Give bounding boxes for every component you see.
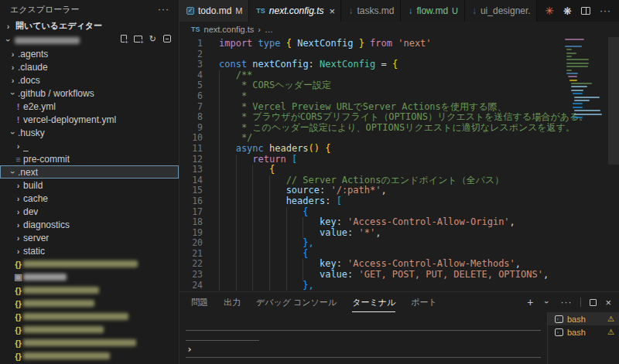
breadcrumb-file[interactable]: next.config.ts [204, 25, 255, 34]
tree-item-diagnostics[interactable]: ›diagnostics [0, 218, 179, 231]
terminal-instance-2[interactable]: ›_bash⚠ [548, 325, 619, 338]
code-line-text: async headers() { [219, 144, 331, 155]
terminal-prompt[interactable]: › [186, 343, 193, 355]
panel-tab-item[interactable]: デバッグ コンソール [256, 293, 337, 312]
claude-extension-icon[interactable]: ✳ [545, 5, 554, 17]
openai-extension-icon[interactable]: ❋ [563, 5, 572, 17]
code-line-4[interactable]: 4/** [180, 70, 565, 81]
code-line-text: * Vercel Preview URLでServer Actionsを使用する… [219, 102, 507, 113]
code-line-text: source: '/:path*', [219, 185, 387, 196]
panel-tab-item[interactable]: ポート [411, 293, 437, 312]
editor-scrollbar[interactable] [608, 37, 619, 291]
line-number: 22 [180, 259, 203, 270]
close-panel-icon[interactable]: × [605, 297, 611, 308]
tree-item-github-workflows[interactable]: ›.github / workflows [0, 87, 179, 100]
tab-ui_designer[interactable]: ↓ui_designer. [465, 0, 537, 22]
code-line-10[interactable]: 10 */ [180, 133, 565, 144]
terminal-output[interactable]: › [180, 312, 547, 364]
tree-item-redacted-3[interactable]: {} [0, 284, 179, 297]
code-editor[interactable]: 1import type { NextConfig } from 'next'2… [180, 37, 619, 291]
close-tab-icon[interactable]: × [330, 5, 336, 17]
code-line-22[interactable]: 22key: 'Access-Control-Allow-Methods', [180, 259, 565, 270]
code-line-7[interactable]: 7 * Vercel Preview URLでServer Actionsを使用… [180, 102, 565, 113]
tree-item-pre-commit[interactable]: ≡pre-commit [0, 152, 179, 165]
code-line-6[interactable]: 6 * [180, 91, 565, 102]
code-line-18[interactable]: 18key: 'Access-Control-Allow-Origin', [180, 217, 565, 228]
tree-item-cache[interactable]: ›cache [0, 192, 179, 205]
tree-item-dev[interactable]: ›dev [0, 205, 179, 218]
code-line-17[interactable]: 17{ [180, 207, 565, 218]
panel-tab-item[interactable]: 問題 [191, 293, 208, 312]
breadcrumb[interactable]: TS next.config.ts › … [180, 22, 619, 37]
minimap[interactable] [565, 39, 608, 120]
collapse-folders-icon[interactable] [163, 35, 171, 43]
tab-next-config-ts[interactable]: TSnext.config.ts× [249, 0, 341, 22]
scrollbar-thumb[interactable] [608, 37, 619, 165]
code-line-24[interactable]: 24}, [180, 281, 565, 291]
tree-item-redacted-5[interactable]: {} [0, 310, 179, 323]
code-line-1[interactable]: 1import type { NextConfig } from 'next' [180, 39, 565, 49]
tab-flow-md[interactable]: ↓flow.mdU [401, 0, 465, 22]
tab-todo-md[interactable]: ✓todo.mdM [180, 0, 249, 22]
new-folder-icon[interactable] [134, 36, 142, 43]
code-line-3[interactable]: 3const nextConfig: NextConfig = { [180, 60, 565, 70]
tree-item-redacted-1[interactable]: {} [0, 257, 179, 270]
code-line-21[interactable]: 21{ [180, 249, 565, 260]
chevron-right-icon: › [13, 220, 23, 230]
editor-tab-bar: ✓todo.mdMTSnext.config.ts×↓tasks.md↓flow… [180, 0, 619, 22]
tree-item-_[interactable]: ›_ [0, 139, 179, 152]
tree-item-docs[interactable]: ›.docs [0, 73, 179, 87]
code-line-14[interactable]: 14// Server Actionsのエンドポイント（全パス） [180, 175, 565, 186]
code-line-15[interactable]: 15source: '/:path*', [180, 185, 565, 196]
terminal-instance-1[interactable]: ›_bash⚠ [548, 312, 619, 325]
code-line-23[interactable]: 23value: 'GET, POST, PUT, DELETE, OPTION… [180, 270, 565, 281]
terminal-profile-dropdown-icon[interactable]: › [542, 298, 552, 308]
tree-item-agents[interactable]: ›.agents [0, 47, 179, 60]
tree-item-server[interactable]: ›server [0, 231, 179, 244]
code-line-8[interactable]: 8 * ブラウザがCORSプリフライト（OPTIONS）リクエストを送信する場合… [180, 112, 565, 123]
open-editors-section-header[interactable]: › 開いているエディター [0, 19, 179, 33]
tab-tasks-md[interactable]: ↓tasks.md [341, 0, 401, 22]
tree-item-husky[interactable]: ›.husky [0, 126, 179, 139]
code-line-19[interactable]: 19value: '*', [180, 228, 565, 239]
breadcrumb-more[interactable]: … [265, 25, 273, 34]
code-line-20[interactable]: 20}, [180, 238, 565, 249]
code-line-12[interactable]: 12return [ [180, 155, 565, 165]
panel-more-actions-icon[interactable]: ··· [560, 297, 572, 308]
code-line-9[interactable]: 9 * このヘッダー設定により、OPTIONSリクエストに適切なレスポンスを返す… [180, 123, 565, 134]
tree-item-redacted-6[interactable]: {} [0, 323, 179, 336]
tree-item-vercel-deployment-yml[interactable]: !vercel-deployment.yml [0, 113, 179, 126]
yaml-file-icon: ! [13, 102, 23, 111]
tree-item-claude[interactable]: ›.claude [0, 60, 179, 73]
split-editor-icon[interactable] [581, 7, 590, 15]
line-number: 7 [180, 102, 203, 113]
editor-more-actions-icon[interactable]: ··· [600, 5, 611, 16]
panel-tab-item[interactable]: ターミナル [352, 293, 395, 312]
tree-item-build[interactable]: ›build [0, 179, 179, 192]
tree-item-redacted-8[interactable]: {} [0, 349, 179, 362]
code-line-2[interactable]: 2 [180, 49, 565, 60]
panel-tab-item[interactable]: 出力 [224, 293, 241, 312]
tree-item-redacted-2[interactable]: ▣ [0, 270, 179, 284]
tree-item-redacted-7[interactable]: {} [0, 336, 179, 349]
code-line-16[interactable]: 16headers: [ [180, 196, 565, 207]
terminal-instance-list: ›_bash⚠›_bash⚠ [547, 312, 619, 364]
tree-item-redacted-4[interactable]: {} [0, 297, 179, 310]
refresh-explorer-icon[interactable]: ↻ [149, 35, 156, 43]
new-file-icon[interactable] [121, 35, 127, 43]
maximize-panel-icon[interactable] [590, 299, 597, 306]
terminal-icon: ›_ [555, 315, 563, 323]
chevron-down-icon: › [9, 88, 18, 98]
root-folder-row[interactable]: › ↻ [0, 33, 179, 47]
code-line-5[interactable]: 5 * CORSヘッダー設定 [180, 80, 565, 91]
tree-item-next[interactable]: ›.next [0, 165, 179, 179]
explorer-more-icon[interactable]: ··· [158, 4, 169, 15]
tree-item-e2e-yml[interactable]: !e2e.yml [0, 100, 179, 113]
code-line-11[interactable]: 11async headers() { [180, 144, 565, 155]
markdown-file-icon: ↓ [348, 7, 353, 15]
code-line-13[interactable]: 13{ [180, 165, 565, 175]
tree-item-static[interactable]: ›static [0, 244, 179, 257]
line-number: 4 [180, 70, 203, 81]
file-tree-redacted: {}▣{}{}{}{}{}{} [0, 257, 179, 362]
new-terminal-icon[interactable]: + [527, 296, 533, 308]
